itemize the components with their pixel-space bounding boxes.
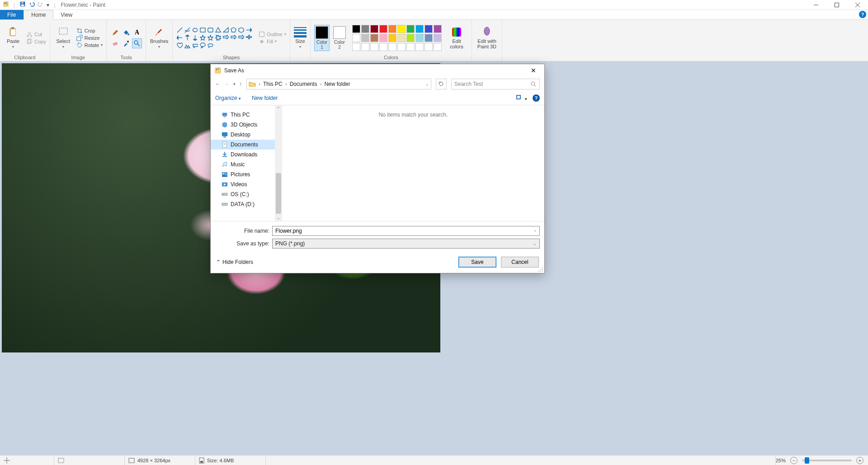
cut-button[interactable]: Cut (26, 31, 46, 38)
palette-swatch[interactable] (397, 25, 406, 33)
tree-item[interactable]: Documents (211, 140, 275, 150)
palette-swatch[interactable] (425, 43, 433, 51)
scroll-down-icon[interactable]: ⌄ (277, 216, 280, 220)
filename-input[interactable] (272, 226, 540, 236)
shape-fill-button[interactable]: Fill ▾ (259, 38, 286, 45)
resize-grip-icon[interactable] (538, 267, 543, 272)
zoom-out-button[interactable]: − (790, 457, 797, 464)
dialog-close-button[interactable]: ✕ (526, 66, 541, 75)
qat-customize-icon[interactable]: ▾ (47, 2, 49, 8)
paste-button[interactable]: Paste ▾ (4, 27, 23, 49)
color1-button[interactable]: Color 1 (314, 25, 330, 51)
cancel-button[interactable]: Cancel (501, 257, 539, 268)
nav-up-icon[interactable]: ↑ (239, 81, 242, 87)
tree-item[interactable]: Pictures (211, 169, 275, 179)
address-dropdown-icon[interactable]: ⌄ (425, 82, 429, 86)
palette-swatch[interactable] (352, 25, 360, 33)
palette-swatch[interactable] (361, 25, 369, 33)
crop-button[interactable]: Crop (76, 28, 103, 34)
palette-swatch[interactable] (361, 34, 369, 42)
palette-swatch[interactable] (397, 34, 406, 42)
tree-item[interactable]: Music (211, 160, 275, 169)
redo-icon[interactable] (38, 1, 44, 9)
palette-swatch[interactable] (415, 34, 424, 42)
breadcrumb-item[interactable]: Documents (290, 81, 317, 87)
palette-swatch[interactable] (434, 34, 442, 42)
palette-swatch[interactable] (388, 25, 396, 33)
file-list[interactable]: No items match your search. (282, 105, 544, 221)
magnifier-tool[interactable] (132, 38, 142, 48)
resize-button[interactable]: Resize (76, 35, 103, 41)
new-folder-button[interactable]: New folder (252, 95, 278, 101)
brushes-button[interactable]: Brushes ▾ (150, 27, 169, 49)
tree-item[interactable]: Downloads (211, 150, 275, 160)
palette-swatch[interactable] (425, 34, 433, 42)
maximize-button[interactable] (826, 0, 847, 10)
shapes-gallery[interactable] (176, 27, 252, 49)
palette-swatch[interactable] (415, 43, 424, 51)
palette-swatch[interactable] (379, 43, 387, 51)
tree-item[interactable]: DATA (D:) (211, 199, 275, 209)
eraser-tool[interactable] (110, 38, 120, 48)
close-button[interactable] (847, 0, 868, 10)
tree-item[interactable]: This PC (211, 110, 275, 120)
paint3d-button[interactable]: Edit with Paint 3D (476, 27, 498, 49)
scrollbar-thumb[interactable] (276, 173, 281, 214)
pencil-tool[interactable] (110, 28, 120, 38)
search-input[interactable]: Search Test (451, 79, 540, 89)
tree-scrollbar[interactable]: ⌃ ⌄ (275, 105, 282, 221)
refresh-button[interactable] (436, 79, 447, 89)
dialog-help-icon[interactable]: ? (533, 94, 540, 102)
save-icon[interactable] (19, 1, 26, 9)
palette-swatch[interactable] (406, 34, 415, 42)
palette-swatch[interactable] (397, 43, 406, 51)
palette-swatch[interactable] (388, 34, 396, 42)
size-button[interactable]: Size ▾ (294, 27, 307, 49)
filetype-combo[interactable]: PNG (*.png)⌄ (272, 239, 540, 249)
color2-button[interactable]: Color 2 (333, 26, 346, 50)
rotate-button[interactable]: Rotate ▾ (76, 42, 103, 48)
breadcrumb-item[interactable]: New folder (324, 81, 350, 87)
palette-swatch[interactable] (370, 34, 378, 42)
text-tool[interactable]: A (132, 28, 142, 38)
palette-swatch[interactable] (434, 43, 442, 51)
tab-view[interactable]: View (53, 10, 80, 19)
color-palette[interactable] (352, 25, 442, 51)
zoom-in-button[interactable]: + (856, 457, 863, 464)
edit-colors-button[interactable]: Edit colors (445, 27, 468, 49)
tree-item[interactable]: Videos (211, 179, 275, 189)
nav-history-icon[interactable]: ▾ (233, 82, 236, 86)
palette-swatch[interactable] (352, 34, 360, 42)
tree-item[interactable]: OS (C:) (211, 189, 275, 199)
address-bar[interactable]: › This PC › Documents › New folder ⌄ (246, 79, 431, 89)
help-icon[interactable]: ? (859, 11, 866, 18)
nav-back-icon[interactable]: ← (215, 81, 221, 87)
picker-tool[interactable] (121, 38, 131, 48)
copy-button[interactable]: Copy (26, 38, 46, 45)
palette-swatch[interactable] (361, 43, 369, 51)
view-options-button[interactable]: ▾ (516, 95, 527, 102)
scroll-up-icon[interactable]: ⌃ (277, 106, 280, 111)
palette-swatch[interactable] (379, 25, 387, 33)
palette-swatch[interactable] (434, 25, 442, 33)
filename-dropdown-icon[interactable]: ⌄ (533, 228, 537, 232)
tree-item[interactable]: 3D Objects (211, 120, 275, 130)
select-button[interactable]: Select ▾ (54, 27, 73, 49)
minimize-button[interactable] (806, 0, 826, 10)
fill-tool[interactable] (121, 28, 131, 38)
zoom-slider-thumb[interactable] (805, 457, 809, 464)
tab-file[interactable]: File (0, 10, 24, 19)
palette-swatch[interactable] (415, 25, 424, 33)
palette-swatch[interactable] (388, 43, 396, 51)
palette-swatch[interactable] (370, 43, 378, 51)
shape-outline-button[interactable]: Outline ▾ (259, 31, 286, 38)
tab-home[interactable]: Home (24, 10, 53, 20)
palette-swatch[interactable] (352, 43, 360, 51)
palette-swatch[interactable] (425, 25, 433, 33)
organize-button[interactable]: Organize ▾ (215, 95, 241, 101)
palette-swatch[interactable] (406, 25, 415, 33)
hide-folders-button[interactable]: ⌃Hide Folders (216, 259, 253, 265)
undo-icon[interactable] (28, 1, 35, 9)
save-button[interactable]: Save (458, 257, 496, 268)
palette-swatch[interactable] (406, 43, 415, 51)
